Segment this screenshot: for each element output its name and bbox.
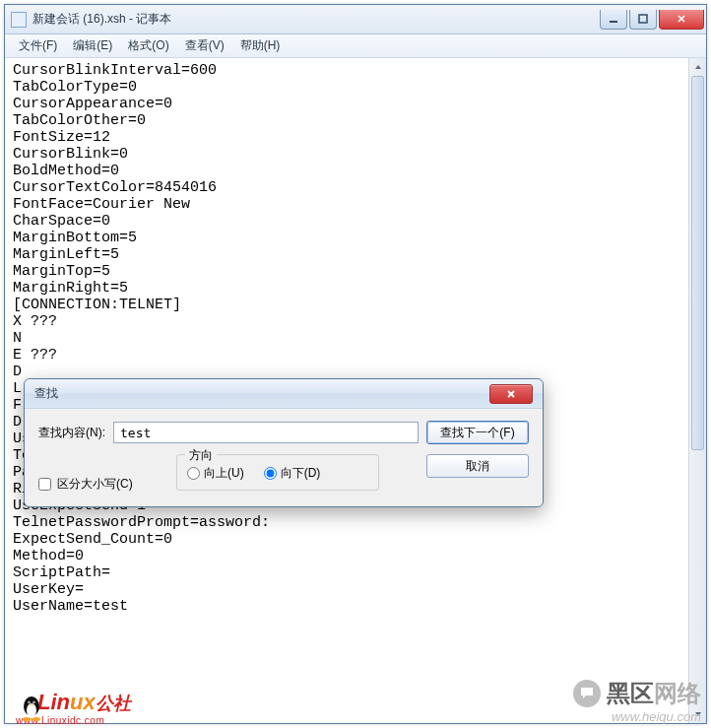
- find-dialog-titlebar[interactable]: 查找: [25, 379, 543, 409]
- direction-down-radio[interactable]: [264, 467, 277, 480]
- direction-up-radio[interactable]: [187, 467, 200, 480]
- match-case-checkbox-wrap[interactable]: 区分大小写(C): [38, 476, 164, 493]
- scroll-thumb[interactable]: [691, 76, 704, 450]
- find-next-button[interactable]: 查找下一个(F): [426, 421, 529, 444]
- find-dialog-title: 查找: [34, 385, 58, 402]
- direction-legend: 方向: [185, 447, 217, 464]
- menu-format[interactable]: 格式(O): [120, 35, 176, 56]
- find-dialog-body: 查找内容(N): 查找下一个(F) 区分大小写(C) 方向 向上(U): [25, 409, 543, 506]
- window-title: 新建会话 (16).xsh - 记事本: [32, 11, 171, 28]
- menu-edit[interactable]: 编辑(E): [65, 35, 120, 56]
- direction-group: 方向 向上(U) 向下(D): [176, 454, 379, 491]
- menu-view[interactable]: 查看(V): [177, 35, 232, 56]
- notepad-window: 新建会话 (16).xsh - 记事本 文件(F) 编辑(E) 格式(O) 查看…: [4, 4, 707, 724]
- maximize-button[interactable]: [629, 10, 657, 30]
- minimize-button[interactable]: [600, 10, 627, 30]
- find-dialog-close-button[interactable]: [489, 384, 533, 404]
- direction-up-wrap[interactable]: 向上(U): [187, 465, 244, 482]
- match-case-label: 区分大小写(C): [57, 476, 133, 493]
- direction-down-wrap[interactable]: 向下(D): [264, 465, 321, 482]
- find-dialog: 查找 查找内容(N): 查找下一个(F) 区分大小写(C) 方向: [24, 378, 544, 507]
- match-case-checkbox[interactable]: [38, 478, 51, 491]
- scroll-down-arrow[interactable]: [689, 705, 706, 723]
- scroll-track[interactable]: [689, 76, 706, 705]
- window-controls: [600, 10, 706, 30]
- menu-file[interactable]: 文件(F): [11, 35, 65, 56]
- menu-help[interactable]: 帮助(H): [232, 35, 289, 56]
- app-icon: [11, 12, 27, 28]
- svg-rect-1: [639, 15, 647, 23]
- svg-rect-0: [610, 21, 617, 23]
- direction-up-label: 向上(U): [204, 465, 244, 482]
- menubar: 文件(F) 编辑(E) 格式(O) 查看(V) 帮助(H): [5, 34, 706, 58]
- scroll-up-arrow[interactable]: [689, 58, 706, 76]
- find-content-label: 查找内容(N):: [38, 425, 105, 441]
- cancel-button[interactable]: 取消: [426, 454, 529, 478]
- find-content-input[interactable]: [113, 422, 419, 443]
- direction-down-label: 向下(D): [281, 465, 321, 482]
- close-button[interactable]: [659, 10, 704, 30]
- titlebar[interactable]: 新建会话 (16).xsh - 记事本: [5, 5, 706, 34]
- vertical-scrollbar[interactable]: [688, 58, 706, 723]
